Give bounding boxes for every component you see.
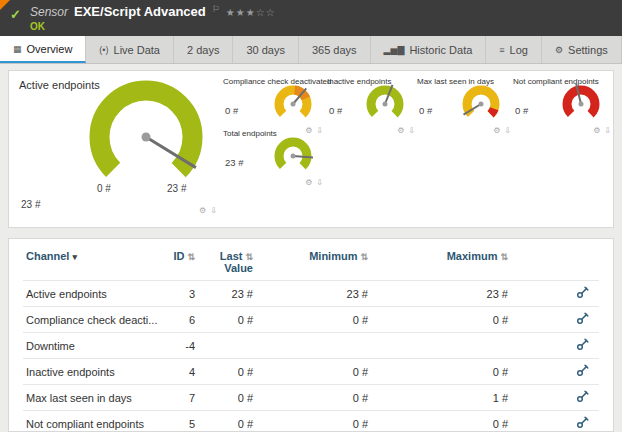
- channel-settings-icon[interactable]: [576, 286, 589, 301]
- small-gauge-inactive-endpoints: Inactive endpoints0 #⚙⇩: [327, 77, 415, 131]
- channel-cell: Max last seen in days: [23, 385, 163, 411]
- column-label: ID: [173, 250, 184, 262]
- table-row: Max last seen in days70 #0 #1 #: [23, 385, 599, 411]
- title-row: Sensor EXE/Script Advanced ⚐ ★★★☆☆: [30, 4, 276, 19]
- gauge-pin-icon[interactable]: ⇩: [210, 206, 217, 215]
- page-title: EXE/Script Advanced: [74, 4, 206, 19]
- column-label: Last: [220, 250, 243, 262]
- main-gauge-min-label: 0 #: [97, 183, 111, 194]
- actions-cell: [563, 385, 599, 411]
- last-value-cell: 0 #: [203, 385, 283, 411]
- column-label: Maximum: [447, 250, 498, 262]
- gauge: [273, 84, 313, 124]
- gauge-arc: [273, 136, 313, 176]
- gauge: [273, 136, 313, 176]
- column-header-channel[interactable]: Channel▾: [23, 241, 163, 281]
- minimum-cell: [283, 333, 423, 359]
- maximum-cell: 0 #: [423, 359, 563, 385]
- column-header-max[interactable]: Maximum⇅: [423, 241, 563, 281]
- table-row: Compliance check deacti...60 #0 #0 #: [23, 307, 599, 333]
- actions-cell: [563, 333, 599, 359]
- channel-cell: Downtime: [23, 333, 163, 359]
- gauge-pin-icon[interactable]: ⇩: [604, 126, 611, 135]
- id-cell: 5: [163, 411, 203, 432]
- minimum-cell: 0 #: [283, 359, 423, 385]
- actions-cell: [563, 359, 599, 385]
- channel-cell: Active endpoints: [23, 281, 163, 307]
- column-header-min[interactable]: Minimum⇅: [283, 241, 423, 281]
- maximum-cell: 1 #: [423, 385, 563, 411]
- minimum-cell: 0 #: [283, 307, 423, 333]
- gauge-pin-icon[interactable]: ⇩: [504, 126, 511, 135]
- tab-historic-data[interactable]: ▂▅▇Historic Data: [371, 36, 487, 63]
- gauge-value: 0 #: [329, 105, 342, 116]
- tab-overview[interactable]: ▦Overview: [0, 36, 86, 63]
- tab-live-data[interactable]: (•)Live Data: [86, 36, 174, 63]
- historic-data-tab-icon: ▂▅▇: [384, 45, 405, 55]
- id-cell: -4: [163, 333, 203, 359]
- table-header-row: Channel▾ID⇅Last⇅ValueMinimum⇅Maximum⇅: [23, 241, 599, 281]
- gauge-pin-icon[interactable]: ⇩: [408, 126, 415, 135]
- channel-settings-icon[interactable]: [576, 390, 589, 405]
- tab-log[interactable]: ≡Log: [486, 36, 542, 63]
- actions-cell: [563, 307, 599, 333]
- column-label: Channel: [26, 250, 69, 262]
- channels-table: Channel▾ID⇅Last⇅ValueMinimum⇅Maximum⇅ Ac…: [23, 241, 599, 432]
- column-header-last[interactable]: Last⇅Value: [203, 241, 283, 281]
- priority-stars[interactable]: ★★★☆☆: [226, 7, 276, 18]
- channel-settings-icon[interactable]: [576, 338, 589, 353]
- channels-panel: Channel▾ID⇅Last⇅ValueMinimum⇅Maximum⇅ Ac…: [8, 238, 614, 432]
- gauge-value: 23 #: [225, 157, 244, 168]
- main-gauge-value: 23 #: [21, 199, 40, 210]
- priority-flag-icon[interactable]: ⚐: [212, 4, 220, 14]
- column-header-id[interactable]: ID⇅: [163, 241, 203, 281]
- gauge-value: 0 #: [419, 105, 432, 116]
- actions-cell: [563, 281, 599, 307]
- gauge-settings-icon[interactable]: ⚙: [397, 126, 404, 135]
- id-cell: 3: [163, 281, 203, 307]
- tab-label: 30 days: [246, 44, 285, 56]
- tab-365-days[interactable]: 365 days: [299, 36, 371, 63]
- gauge: [461, 84, 501, 124]
- tab-label: Overview: [27, 43, 73, 55]
- column-label: Value: [224, 262, 253, 274]
- last-value-cell: 0 #: [203, 307, 283, 333]
- column-header-actions: [563, 241, 599, 281]
- gauge-settings-icon[interactable]: ⚙: [493, 126, 500, 135]
- channel-settings-icon[interactable]: [576, 364, 589, 379]
- gauge-settings-icon[interactable]: ⚙: [593, 126, 600, 135]
- minimum-cell: 23 #: [283, 281, 423, 307]
- overview-tab-icon: ▦: [13, 44, 22, 54]
- maximum-cell: 0 #: [423, 411, 563, 432]
- maximum-cell: 23 #: [423, 281, 563, 307]
- column-label: Minimum: [309, 250, 357, 262]
- id-cell: 6: [163, 307, 203, 333]
- tab-bar: ▦Overview(•)Live Data2 days30 days365 da…: [0, 36, 622, 64]
- gauge-settings-icon[interactable]: ⚙: [305, 178, 312, 187]
- live-data-tab-icon: (•): [99, 45, 108, 55]
- small-gauge-total-endpoints: Total endpoints23 #⚙⇩: [223, 129, 323, 183]
- gauge-icons: ⚙⇩: [489, 119, 511, 137]
- actions-cell: [563, 411, 599, 432]
- channel-settings-icon[interactable]: [576, 312, 589, 327]
- sort-icon: ⇅: [187, 252, 195, 262]
- tab-label: 2 days: [187, 44, 219, 56]
- tab-label: Historic Data: [409, 44, 472, 56]
- tab-2-days[interactable]: 2 days: [174, 36, 233, 63]
- status-ok-check-icon: ✓: [10, 7, 21, 22]
- tab-30-days[interactable]: 30 days: [233, 36, 299, 63]
- tab-label: Live Data: [114, 44, 160, 56]
- small-gauge-max-last-seen-in-days: Max last seen in days0 #⚙⇩: [417, 77, 511, 131]
- channel-settings-icon[interactable]: [576, 416, 589, 431]
- small-gauge-compliance-check-deactivated: Compliance check deactivated0 #⚙⇩: [223, 77, 323, 131]
- gauge-settings-icon[interactable]: ⚙: [199, 206, 206, 215]
- gauge-arc: [561, 84, 601, 124]
- maximum-cell: [423, 333, 563, 359]
- main-gauge-icons: ⚙⇩: [195, 199, 217, 217]
- maximum-cell: 0 #: [423, 307, 563, 333]
- channel-cell: Compliance check deacti...: [23, 307, 163, 333]
- gauge-icons: ⚙⇩: [589, 119, 611, 137]
- last-value-cell: 0 #: [203, 411, 283, 432]
- gauge-pin-icon[interactable]: ⇩: [316, 178, 323, 187]
- tab-settings[interactable]: ⚙Settings: [542, 36, 622, 63]
